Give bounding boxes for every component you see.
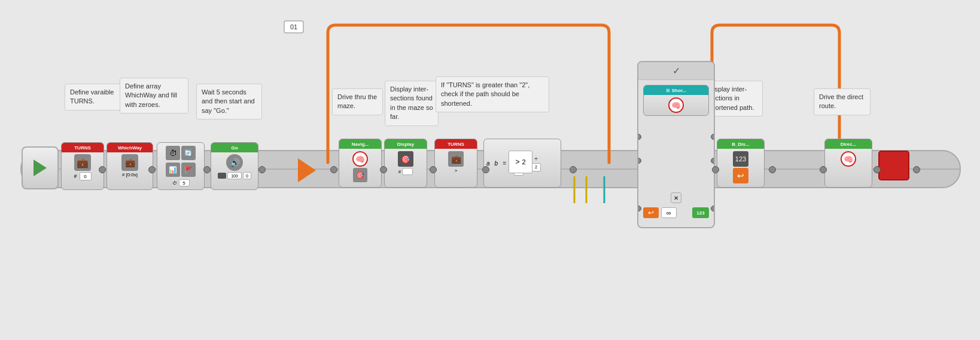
connector-14: [913, 166, 920, 173]
tooltip-wait: Wait 5 seconds and then start and say "G…: [196, 84, 262, 120]
tooltip-display-intersections: Display inter-sections found in the maze…: [385, 81, 439, 126]
bdis-block[interactable]: B_Dis... 123 ↩: [717, 139, 765, 188]
connector-3: [203, 166, 211, 173]
arrow-connector: [298, 158, 316, 182]
compare-value-block[interactable]: > 2: [509, 151, 532, 173]
turns-variable-block[interactable]: TURNS 💼 # 0: [61, 142, 104, 190]
tooltip-if-turns: If "TURNS" is greater than "2", check if…: [436, 76, 549, 112]
tooltip-define-array: Define array WhichWay and fill with zero…: [120, 78, 188, 114]
connector-11: [769, 166, 776, 173]
connector-1: [99, 166, 106, 173]
connector-7: [430, 166, 437, 173]
shor-block[interactable]: ⊞ Shor... 🧠: [643, 85, 709, 116]
shortcut-block-container[interactable]: ✓ ⊞ Shor... 🧠 ✕ 123 ↩ ∞: [637, 61, 715, 228]
connector-10: [712, 166, 719, 173]
tooltip-drive-maze: Drive thru the maze.: [332, 88, 383, 115]
display-block[interactable]: Display 🎯 #: [384, 139, 427, 188]
connector-6: [380, 166, 387, 173]
connector-4: [258, 166, 266, 173]
tooltip-drive-direct: Drive the direct route.: [814, 88, 871, 115]
navigate-block[interactable]: Navig... 🧠 🎯: [339, 139, 382, 188]
whichway-block[interactable]: WhichWay 💼 # [0:0s]: [106, 142, 153, 190]
connector-5: [330, 166, 337, 173]
connector-9: [570, 166, 577, 173]
connector-8: [482, 166, 489, 173]
svg-rect-1: [284, 21, 303, 33]
connector-2: [148, 166, 156, 173]
start-block[interactable]: [22, 146, 59, 189]
go-block[interactable]: Go 🔊 100 0: [211, 142, 258, 190]
svg-text:01: 01: [290, 23, 297, 30]
stop-block[interactable]: [878, 151, 909, 180]
turns-compare-block[interactable]: TURNS 💼 >: [434, 139, 477, 188]
connector-12: [820, 166, 827, 173]
direc-block[interactable]: Direc... 🧠: [824, 139, 872, 188]
wait-timer-block[interactable]: ⏱ 🔄 📊 🚩 ⏱ 5: [157, 142, 205, 190]
connector-13: [874, 166, 881, 173]
